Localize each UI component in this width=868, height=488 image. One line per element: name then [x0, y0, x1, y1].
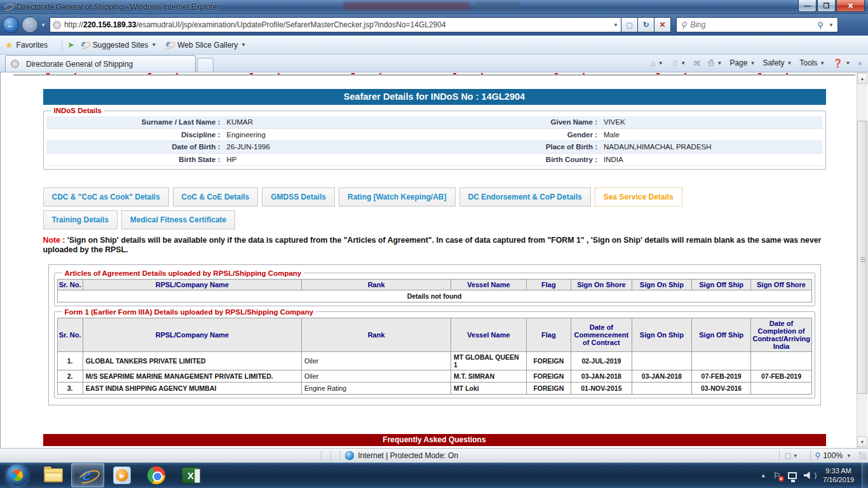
action-center-flag-icon[interactable]: ⚐✕ [773, 471, 781, 480]
form1-legend: Form 1 (Earlier Form IIIA) Details uploa… [62, 308, 316, 316]
tab-coc-coe-details[interactable]: CoC & CoE Details [173, 187, 259, 207]
tab-rating-watch-keeping-ab[interactable]: Rating [Watch Keeping/AB] [339, 187, 456, 207]
compatibility-zone[interactable]: ▢ ▼ [784, 451, 803, 460]
divider [62, 39, 62, 51]
detail-tabs: CDC & "CoC as Cook" DetailsCoC & CoE Det… [43, 187, 729, 229]
start-button[interactable] [6, 464, 28, 486]
browser-tab[interactable]: Directorate General of Shipping [5, 55, 196, 72]
search-go-icon[interactable]: ⚲ [817, 20, 824, 30]
compatibility-view-button[interactable]: ▢ [621, 17, 638, 32]
column-header: Flag [526, 318, 571, 351]
cell: 07-FEB-2019 [751, 370, 811, 382]
taskbar-excel-button[interactable]: X [174, 463, 207, 487]
column-header: Sr. No. [57, 318, 83, 351]
cell: 03-NOV-2016 [691, 382, 751, 394]
taskbar-chrome-button[interactable] [140, 463, 173, 487]
scrollbar-thumb[interactable] [857, 121, 867, 394]
tab-title: Directorate General of Shipping [26, 60, 133, 69]
home-icon: ⌂ [651, 58, 656, 68]
articles-table: Sr. No.RPSL/Company NameRankVessel NameF… [57, 279, 812, 302]
clock-time: 9:33 AM [823, 466, 854, 475]
tab-training-details[interactable]: Training Details [43, 210, 118, 229]
faq-header: Frequently Asked Questions [43, 434, 826, 446]
cell: MT GLOBAL QUEEN 1 [451, 351, 527, 370]
new-tab-button[interactable] [197, 58, 214, 72]
media-player-icon: ▶ [113, 466, 131, 484]
tab-dc-endorsement-cop-details[interactable]: DC Endorsement & CoP Details [459, 187, 591, 207]
cell: FOREIGN [526, 382, 571, 394]
column-header: Date of Completion of Contract/Arriving … [751, 318, 811, 351]
read-mail-button[interactable]: ✉ [691, 57, 703, 70]
feeds-button[interactable]: ☃▼ [668, 57, 689, 70]
detail-row: Date of Birth :26-JUN-1996Place of Birth… [46, 141, 823, 154]
more-commands-chevron-icon[interactable]: » [858, 60, 862, 67]
cell: 07-FEB-2019 [691, 370, 751, 382]
field-value: VIVEK [601, 118, 823, 126]
column-header: Rank [302, 279, 451, 290]
back-button[interactable]: ← [3, 17, 19, 33]
favorites-bar: ★ Favorites ➤ Suggested Sites▼ Web Slice… [0, 36, 868, 55]
tab-medical-fitness-certificate[interactable]: Medical Fitness Certificate [121, 210, 235, 229]
background-window-glass-smudge [343, 2, 470, 10]
column-header: RPSL/Company Name [83, 318, 301, 351]
add-to-favorites-bar-icon[interactable]: ➤ [67, 40, 74, 50]
cell [691, 351, 751, 370]
column-header: Flag [526, 279, 571, 290]
print-button[interactable]: ⎙▼ [705, 56, 724, 70]
home-button[interactable]: ⌂▼ [648, 57, 666, 70]
restore-button[interactable]: ❐ [817, 0, 836, 12]
field-value: KUMAR [224, 118, 446, 126]
suggested-sites-button[interactable]: Suggested Sites▼ [81, 41, 156, 50]
safety-menu-button[interactable]: Safety▼ [760, 57, 794, 69]
taskbar-ie-button[interactable] [71, 463, 104, 487]
favorites-button[interactable]: Favorites [17, 41, 48, 50]
zoom-level: 100% [823, 451, 843, 460]
cell: 3. [57, 382, 83, 394]
tab-bar: Directorate General of Shipping ⌂▼ ☃▼ ✉ … [0, 55, 868, 72]
show-desktop-button[interactable] [862, 463, 868, 488]
window-title: Directorate General of Shipping - Window… [17, 3, 219, 11]
recent-pages-dropdown-icon[interactable]: ▼ [41, 22, 46, 28]
cell: Oiler [302, 351, 451, 370]
tools-menu-button[interactable]: Tools▼ [797, 57, 827, 69]
mail-icon: ✉ [693, 58, 700, 68]
speaker-icon[interactable] [804, 471, 812, 479]
taskbar-clock[interactable]: 9:33 AM 7/16/2019 [823, 466, 854, 485]
form1-section: Form 1 (Earlier Form IIIA) Details uploa… [54, 308, 815, 398]
help-button[interactable]: ❓▼ [830, 57, 853, 70]
page-lock-icon: ▢ [784, 451, 791, 460]
search-box[interactable]: ⚲ Bing ⚲ ▼ [676, 17, 838, 32]
address-bar[interactable]: http://220.156.189.33/esamudraUI/jsp/exa… [50, 17, 621, 32]
web-slice-gallery-button[interactable]: Web Slice Gallery▼ [165, 41, 246, 50]
page-menu-button[interactable]: Page▼ [727, 57, 757, 69]
tab-favicon [11, 60, 19, 68]
scroll-up-button[interactable]: ▲ [857, 73, 867, 84]
scroll-down-button[interactable]: ▼ [857, 437, 867, 447]
close-button[interactable]: ✕ [836, 0, 865, 12]
ie-icon [78, 466, 97, 485]
cell: MT Loki [451, 382, 527, 394]
stop-button[interactable]: ✕ [654, 17, 671, 32]
tab-cdc-coc-as-cook-details[interactable]: CDC & "CoC as Cook" Details [43, 187, 169, 207]
show-hidden-icons-button[interactable]: ▲ [761, 473, 766, 478]
tab-sea-service-details[interactable]: Sea Service Details [595, 187, 682, 207]
taskbar-explorer-button[interactable] [37, 463, 70, 487]
title-bar: Directorate General of Shipping - Window… [0, 0, 868, 14]
vertical-scrollbar[interactable]: ▲ ▼ [857, 72, 867, 448]
minimize-button[interactable]: — [798, 0, 817, 12]
network-icon[interactable] [788, 472, 797, 479]
search-options-dropdown-icon[interactable]: ▼ [829, 22, 834, 28]
zoom-control[interactable]: ⚲ 100% ▼ [815, 451, 857, 460]
favorites-star-icon: ★ [5, 40, 13, 50]
status-bar: Internet | Protected Mode: On ▢ ▼ ⚲ 100%… [0, 448, 868, 463]
taskbar-media-player-button[interactable]: ▶ [105, 463, 139, 487]
windows-logo-icon [11, 469, 24, 482]
cell: 02-JUL-2019 [571, 351, 632, 370]
refresh-button[interactable]: ↻ [638, 17, 654, 32]
forward-button[interactable]: → [22, 17, 38, 33]
indos-details-rows: Surname / Last Name :KUMARGiven Name :VI… [46, 116, 823, 166]
field-value: Engineering [224, 131, 446, 139]
folder-icon [44, 468, 63, 482]
address-dropdown-icon[interactable]: ▼ [613, 22, 618, 28]
tab-gmdss-details[interactable]: GMDSS Details [262, 187, 335, 207]
